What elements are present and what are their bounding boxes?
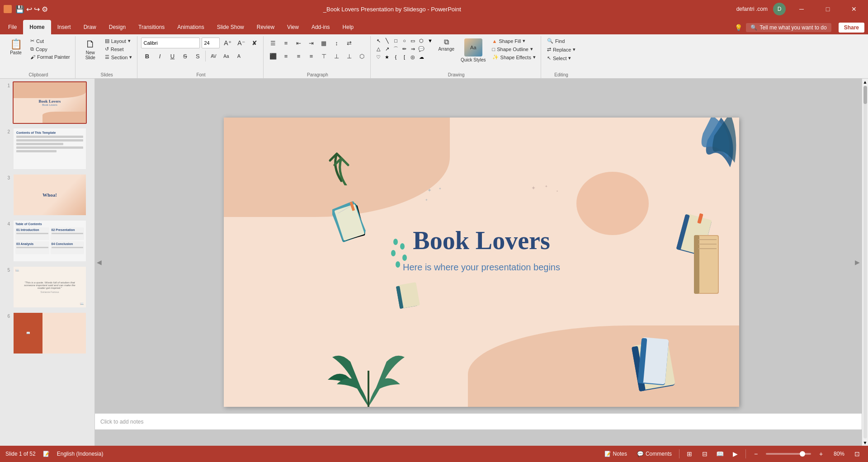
increase-indent-button[interactable]: ⇥	[305, 37, 317, 49]
tab-transitions[interactable]: Transitions	[132, 20, 171, 34]
zoom-level[interactable]: 80%	[831, 449, 847, 458]
rect-button[interactable]: □	[392, 37, 400, 44]
tab-review[interactable]: Review	[250, 20, 281, 34]
select-shape-button[interactable]: ↖	[374, 37, 382, 44]
zoom-slider[interactable]	[766, 453, 811, 455]
font-name-input[interactable]: Calibri	[141, 38, 200, 48]
tab-help[interactable]: Help	[336, 20, 360, 34]
tab-draw[interactable]: Draw	[77, 20, 103, 34]
donut-button[interactable]: ◎	[409, 53, 417, 61]
zoom-in-button[interactable]: +	[816, 448, 826, 459]
undo-button[interactable]: ↩	[26, 5, 32, 14]
align-middle-button[interactable]: ⊥	[330, 50, 342, 62]
tab-design[interactable]: Design	[103, 20, 132, 34]
align-right-button[interactable]: ≡	[292, 50, 304, 62]
justify-button[interactable]: ≡	[305, 50, 317, 62]
brace-button[interactable]: {	[392, 53, 400, 61]
line-spacing-button[interactable]: ↕	[330, 37, 342, 49]
slide-thumb-6[interactable]: 📖	[13, 312, 87, 354]
search-box[interactable]: 🔍 Tell me what you want to do	[746, 23, 831, 32]
quick-styles-button[interactable]: Aa Quick Styles	[458, 37, 488, 64]
text-shadow-button[interactable]: S	[192, 50, 203, 62]
more-shapes-button[interactable]: ▼	[426, 37, 434, 44]
slide-item-2[interactable]: 2 Contents of This Template	[2, 127, 93, 171]
font-size-input[interactable]: 24	[202, 38, 220, 48]
increase-font-button[interactable]: A⁺	[222, 37, 233, 49]
shape-outline-button[interactable]: □ Shape Outline ▾	[490, 45, 538, 53]
format-painter-button[interactable]: 🖌 Format Painter	[28, 53, 72, 61]
columns-button[interactable]: ▦	[318, 37, 330, 49]
strikethrough-button[interactable]: S	[179, 50, 191, 62]
select-button[interactable]: ↖ Select ▾	[545, 54, 574, 62]
smartart-button[interactable]: ⬡	[356, 50, 368, 62]
scroll-down-btn[interactable]: ▼	[862, 439, 868, 446]
callout-button[interactable]: 💬	[417, 45, 425, 52]
maximize-button[interactable]: □	[817, 0, 838, 18]
tab-file[interactable]: File	[2, 20, 23, 34]
cut-button[interactable]: ✂ Cut	[28, 37, 72, 45]
slide-item-6[interactable]: 6 📖	[2, 311, 93, 355]
slideshow-button[interactable]: ▶	[730, 448, 741, 459]
minimize-button[interactable]: ─	[791, 0, 812, 18]
normal-view-button[interactable]: ⊞	[684, 448, 695, 459]
shape6-button[interactable]: ⬡	[417, 37, 425, 44]
bullet-list-button[interactable]: ☰	[267, 37, 279, 49]
italic-button[interactable]: I	[154, 50, 165, 62]
shape-effects-button[interactable]: ✨ Shape Effects ▾	[490, 53, 538, 61]
slide-sorter-button[interactable]: ⊟	[699, 448, 710, 459]
slide-item-3[interactable]: 3 Whoa!	[2, 173, 93, 217]
tab-slideshow[interactable]: Slide Show	[211, 20, 250, 34]
star-button[interactable]: ★	[383, 53, 391, 61]
scroll-up-btn[interactable]: ▲	[862, 79, 868, 85]
notes-area[interactable]: Click to add notes	[95, 413, 862, 429]
fit-slide-button[interactable]: ⊡	[852, 448, 863, 459]
triangle-button[interactable]: △	[374, 45, 382, 52]
block-arrow-button[interactable]: ⇒	[409, 45, 417, 52]
replace-button[interactable]: ⇄ Replace ▾	[545, 46, 578, 53]
shape-fill-button[interactable]: ▲ Shape Fill ▾	[490, 37, 538, 45]
find-button[interactable]: 🔍 Find	[545, 37, 567, 45]
scroll-right-button[interactable]: ▶	[855, 259, 860, 266]
slide-thumb-4[interactable]: Table of Contents 01 Introduction 02 Pre…	[13, 220, 87, 262]
align-bottom-button[interactable]: ⊥	[343, 50, 355, 62]
char-spacing-button[interactable]: AV	[208, 50, 219, 62]
bracket-button[interactable]: [	[400, 53, 408, 61]
slide-thumb-1[interactable]: Book Lovers Book Lovers	[13, 81, 87, 124]
slide-thumb-3[interactable]: Whoa!	[13, 174, 87, 216]
slide-thumb-5[interactable]: 📖 📖 "This is a quote. Words full of wisd…	[13, 266, 87, 308]
settings-icon[interactable]: ⚙	[42, 5, 48, 14]
close-button[interactable]: ✕	[844, 0, 864, 18]
tab-animations[interactable]: Animations	[171, 20, 210, 34]
v-scrollbar-track[interactable]	[863, 86, 867, 438]
slide-thumb-2[interactable]: Contents of This Template	[13, 127, 87, 170]
heart-button[interactable]: ♡	[374, 53, 382, 61]
arrange-button[interactable]: ⧉ Arrange	[436, 37, 457, 53]
zoom-thumb[interactable]	[800, 451, 805, 457]
curve-button[interactable]: ⌒	[392, 45, 400, 52]
decrease-font-button[interactable]: A⁻	[235, 37, 247, 49]
copy-button[interactable]: ⧉ Copy	[28, 45, 72, 53]
zoom-out-button[interactable]: −	[750, 448, 761, 459]
tab-home[interactable]: Home	[23, 20, 51, 34]
v-scrollbar-thumb[interactable]	[863, 86, 867, 104]
align-top-button[interactable]: ⊤	[318, 50, 330, 62]
share-button[interactable]: Share	[839, 23, 864, 33]
align-left-button[interactable]: ⬛	[267, 50, 279, 62]
notes-button[interactable]: 📝 Notes	[602, 449, 630, 458]
shape5-button[interactable]: ▭	[409, 37, 417, 44]
align-center-button[interactable]: ≡	[280, 50, 292, 62]
numbered-list-button[interactable]: ≡	[280, 37, 292, 49]
tab-insert[interactable]: Insert	[51, 20, 77, 34]
save-button[interactable]: 💾	[15, 5, 24, 14]
text-direction-button[interactable]: ⇄	[343, 37, 355, 49]
reading-view-button[interactable]: 📖	[715, 448, 726, 459]
redo-button[interactable]: ↪	[34, 5, 40, 14]
decrease-indent-button[interactable]: ⇤	[292, 37, 304, 49]
new-slide-button[interactable]: 🗋 New Slide	[79, 37, 102, 62]
underline-button[interactable]: U	[166, 50, 178, 62]
canvas-area[interactable]: ◀ ▶	[95, 79, 868, 446]
scroll-left-button[interactable]: ◀	[97, 259, 102, 266]
arrow-button[interactable]: ↗	[383, 45, 391, 52]
slide-item-1[interactable]: 1 Book Lovers Book Lovers	[2, 80, 93, 125]
paste-button[interactable]: 📋 Paste	[5, 37, 27, 57]
